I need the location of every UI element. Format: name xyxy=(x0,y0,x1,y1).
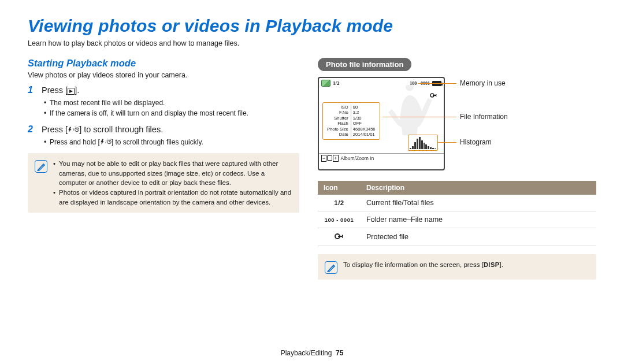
icon-description-table: Icon Description 1/2 Current file/Total … xyxy=(318,181,596,246)
note-item: Photos or videos captured in portrait or… xyxy=(53,188,292,207)
annot-label: Memory in use xyxy=(460,79,506,87)
info-val: 4608X3456 xyxy=(351,127,377,132)
svg-rect-10 xyxy=(338,236,343,237)
tip-text: To display file information on the scree… xyxy=(343,260,503,274)
svg-rect-11 xyxy=(342,235,343,236)
annotation-fileinfo: File Information xyxy=(460,113,508,121)
svg-text:/: / xyxy=(73,127,75,132)
flash-timer-icon: / xyxy=(68,126,79,133)
page: Viewing photos or videos in Playback mod… xyxy=(0,0,624,364)
icon-cell: 100 - 0001 xyxy=(318,211,361,228)
playback-key-icon xyxy=(68,88,75,95)
file-info-box: ISO80 F.No3.2 Shutter1/30 FlashOFF Photo… xyxy=(322,102,380,140)
table-row: 1/2 Current file/Total files xyxy=(318,195,596,211)
figure-silhouette xyxy=(384,85,436,140)
tip-post: ]. xyxy=(500,261,503,268)
info-val: 80 xyxy=(351,105,377,110)
svg-marker-0 xyxy=(69,90,73,93)
annotation-memory: Memory in use xyxy=(460,79,506,87)
svg-text:/: / xyxy=(105,139,107,144)
bullet: The most recent file will be displayed. xyxy=(44,98,299,108)
svg-rect-7 xyxy=(436,94,437,95)
step-2-bullets: Press and hold [/] to scroll through fil… xyxy=(44,137,299,147)
disp-key: DISP xyxy=(484,261,500,268)
step-1-pre: Press [ xyxy=(42,86,68,95)
info-key: F.No xyxy=(325,110,351,115)
th-icon: Icon xyxy=(318,181,361,195)
info-val: OFF xyxy=(351,121,377,126)
info-val: 1/30 xyxy=(351,116,377,121)
step-1-bullets: The most recent file will be displayed. … xyxy=(44,98,299,118)
bullet: If the camera is off, it will turn on an… xyxy=(44,108,299,118)
column-right: Photo file information 1/2 100 - 0001 xyxy=(318,58,596,280)
info-key: Date xyxy=(325,132,351,137)
table-row: 100 - 0001 Folder name–File name xyxy=(318,211,596,228)
note-icon xyxy=(325,261,337,274)
note-box: You may not be able to edit or play back… xyxy=(28,153,299,213)
info-key: ISO xyxy=(325,105,351,110)
th-desc: Description xyxy=(361,181,596,195)
desc-cell: Current file/Total files xyxy=(361,195,596,211)
subheading: Starting Playback mode xyxy=(28,58,299,69)
tip-box: To display file information on the scree… xyxy=(318,254,596,280)
lead-paragraph: Learn how to play back photos or videos … xyxy=(28,39,596,47)
step-number: 1 xyxy=(28,85,36,95)
footer-section: Playback/Editing xyxy=(281,349,332,357)
desc-cell: Folder name–File name xyxy=(361,211,596,228)
step-2: 2 Press [/] to scroll through files. xyxy=(28,124,299,135)
step-2-pre: Press [ xyxy=(42,125,68,134)
tip-pre: To display file information on the scree… xyxy=(343,261,484,268)
info-key: Shutter xyxy=(325,116,351,121)
lcd-bottom-bar: −+ Album/Zoom In xyxy=(319,153,444,162)
step-1-post: ]. xyxy=(75,86,79,95)
info-key: Flash xyxy=(325,121,351,126)
annotation-histogram: Histogram xyxy=(460,138,492,146)
lcd-diagram: 1/2 100 - 0001 xyxy=(318,77,596,175)
svg-rect-8 xyxy=(436,96,437,97)
info-key: Photo Size xyxy=(325,127,351,132)
b-pre: Press and hold [ xyxy=(50,138,100,146)
step-2-post: ] to scroll through files. xyxy=(79,125,163,134)
intro-text: View photos or play videos stored in you… xyxy=(28,71,299,79)
svg-rect-12 xyxy=(342,237,343,238)
lcd-screen: 1/2 100 - 0001 xyxy=(318,77,445,170)
info-val: 3.2 xyxy=(351,110,377,115)
column-left: Starting Playback mode View photos or pl… xyxy=(28,58,299,280)
section-pill: Photo file information xyxy=(318,58,411,71)
histogram-box xyxy=(408,135,438,151)
lcd-body: ISO80 F.No3.2 Shutter1/30 FlashOFF Photo… xyxy=(321,88,441,153)
step-2-text: Press [/] to scroll through files. xyxy=(42,125,163,134)
page-footer: Playback/Editing 75 xyxy=(0,349,624,357)
icon-cell: 1/2 xyxy=(318,195,361,211)
footer-page: 75 xyxy=(336,349,343,357)
flash-timer-icon: / xyxy=(100,138,112,146)
note-item: You may not be able to edit or play back… xyxy=(53,159,292,188)
columns: Starting Playback mode View photos or pl… xyxy=(28,58,596,280)
table-row: Protected file xyxy=(318,228,596,246)
annot-label: Histogram xyxy=(460,138,492,146)
page-title: Viewing photos or videos in Playback mod… xyxy=(28,16,596,36)
zoom-label: Album/Zoom In xyxy=(341,155,374,161)
desc-cell: Protected file xyxy=(361,228,596,246)
step-1: 1 Press []. xyxy=(28,85,299,95)
photo-icon xyxy=(321,80,330,87)
step-1-text: Press []. xyxy=(42,86,79,95)
note-icon xyxy=(35,160,47,173)
annot-label: File Information xyxy=(460,113,508,121)
b-post: ] to scroll through files quickly. xyxy=(112,138,203,146)
info-val: 2014/01/01 xyxy=(351,132,377,137)
note-list: You may not be able to edit or play back… xyxy=(53,159,292,207)
zoom-icon: −+ xyxy=(321,155,339,162)
lock-icon xyxy=(335,232,344,240)
icon-cell-lock xyxy=(318,228,361,246)
bullet: Press and hold [/] to scroll through fil… xyxy=(44,137,299,147)
step-number: 2 xyxy=(28,124,36,135)
file-counter: 1/2 xyxy=(333,80,340,86)
